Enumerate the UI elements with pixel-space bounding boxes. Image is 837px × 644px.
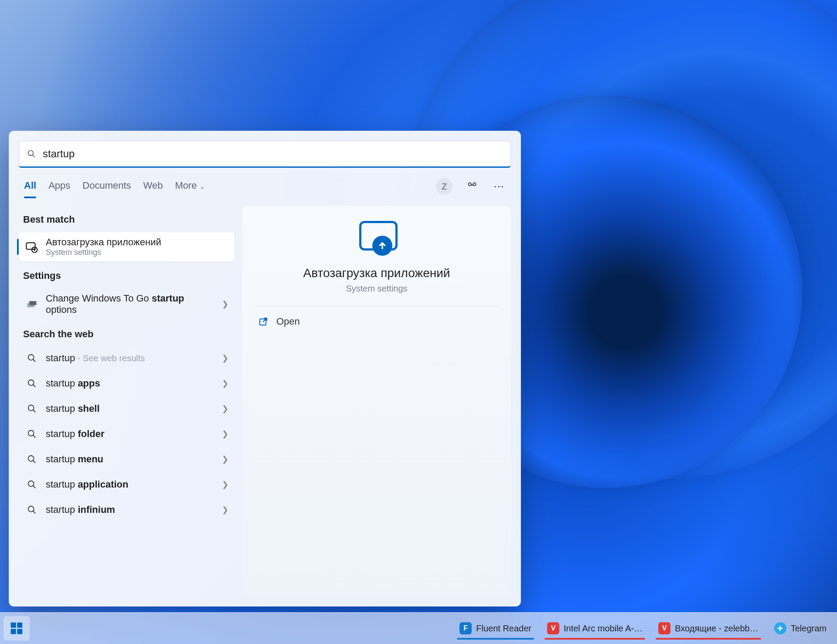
chevron-right-icon: ❯ [222, 404, 228, 414]
tab-more-label: More [175, 180, 197, 191]
open-label: Open [276, 316, 300, 327]
windows-logo-icon [10, 621, 24, 635]
profile-avatar[interactable]: Z [436, 178, 453, 195]
taskbar-item-label: Fluent Reader [476, 624, 531, 634]
svg-point-12 [28, 405, 34, 411]
start-button[interactable] [3, 616, 30, 641]
svg-point-20 [28, 506, 34, 512]
svg-rect-26 [17, 629, 22, 634]
svg-line-15 [33, 435, 36, 438]
svg-rect-23 [11, 623, 16, 628]
web-result-title: startup shell [46, 403, 215, 414]
svg-line-17 [33, 461, 36, 463]
settings-result-title: Change Windows To Go startup options [46, 293, 215, 315]
svg-line-19 [33, 486, 36, 488]
section-best-match: Best match [19, 208, 235, 230]
search-icon [25, 478, 39, 491]
svg-point-3 [473, 183, 476, 186]
web-result[interactable]: startup shell ❯ [19, 397, 235, 420]
svg-rect-25 [11, 629, 16, 634]
chevron-down-icon: ⌄ [200, 183, 205, 190]
windows-to-go-icon [25, 297, 39, 311]
best-match-title: Автозагрузка приложений [46, 237, 228, 248]
search-results-list: Best match Автозагрузка приложений Syste… [19, 206, 235, 597]
web-result[interactable]: startup - See web results ❯ [19, 347, 235, 369]
search-icon [27, 149, 36, 158]
web-result[interactable]: startup infinium ❯ [19, 498, 235, 521]
tab-documents[interactable]: Documents [82, 176, 131, 197]
svg-line-13 [33, 410, 36, 413]
taskbar-item-telegram[interactable]: ✈ Telegram [767, 616, 834, 641]
web-result[interactable]: startup menu ❯ [19, 448, 235, 471]
chevron-right-icon: ❯ [222, 480, 228, 489]
fluent-reader-icon: F [459, 622, 472, 634]
start-search-panel: All Apps Documents Web More ⌄ Z ⋯ Best m… [9, 131, 521, 607]
taskbar: F Fluent Reader V Intel Arc mobile A-… V… [0, 612, 837, 644]
web-result-title: startup - See web results [46, 353, 215, 364]
web-result[interactable]: startup application ❯ [19, 473, 235, 496]
startup-apps-icon [25, 240, 39, 254]
tab-all[interactable]: All [24, 176, 36, 197]
web-result-title: startup menu [46, 454, 215, 465]
settings-result[interactable]: Change Windows To Go startup options ❯ [19, 288, 235, 320]
chevron-right-icon: ❯ [222, 429, 228, 439]
search-icon [25, 351, 39, 365]
taskbar-item-label: Intel Arc mobile A-… [564, 624, 643, 634]
taskbar-item-label: Входящие - zelebb… [675, 624, 759, 634]
svg-line-1 [33, 155, 35, 157]
more-options-icon[interactable]: ⋯ [492, 179, 506, 194]
vivaldi-icon: V [658, 622, 670, 634]
chevron-right-icon: ❯ [222, 505, 228, 515]
taskbar-item-fluent-reader[interactable]: F Fluent Reader [453, 616, 538, 641]
search-input[interactable] [42, 147, 503, 160]
svg-rect-4 [27, 243, 35, 249]
preview-header: Автозагрузка приложений System settings [255, 219, 498, 306]
chevron-right-icon: ❯ [222, 353, 228, 363]
web-result[interactable]: startup apps ❯ [19, 372, 235, 395]
startup-apps-large-icon [356, 219, 398, 258]
search-icon [25, 452, 39, 466]
best-match-subtitle: System settings [46, 248, 228, 257]
section-settings: Settings [19, 264, 235, 286]
web-result-title: startup application [46, 479, 215, 490]
taskbar-underline [544, 638, 645, 640]
web-result-title: startup infinium [46, 504, 215, 515]
chevron-right-icon: ❯ [222, 454, 228, 464]
taskbar-item-label: Telegram [791, 624, 827, 634]
svg-point-0 [28, 151, 34, 156]
web-result[interactable]: startup folder ❯ [19, 423, 235, 445]
rewards-icon[interactable] [465, 178, 480, 195]
telegram-icon: ✈ [774, 622, 786, 634]
preview-title: Автозагрузка приложений [303, 266, 450, 280]
tab-more[interactable]: More ⌄ [175, 176, 204, 197]
search-icon [25, 427, 39, 441]
svg-point-18 [28, 481, 34, 487]
svg-point-16 [28, 456, 34, 461]
tab-apps[interactable]: Apps [48, 176, 70, 197]
open-action[interactable]: Open [255, 306, 498, 337]
search-icon [25, 503, 39, 517]
section-web: Search the web [19, 322, 235, 344]
svg-point-2 [468, 183, 471, 186]
svg-line-11 [33, 385, 36, 387]
chevron-right-icon: ❯ [222, 379, 228, 388]
open-external-icon [258, 316, 269, 327]
tab-web[interactable]: Web [143, 176, 163, 197]
web-result-title: startup apps [46, 378, 215, 389]
preview-subtitle: System settings [346, 284, 407, 294]
result-preview-pane: Автозагрузка приложений System settings … [242, 206, 511, 597]
taskbar-item-vivaldi-2[interactable]: V Входящие - zelebb… [651, 616, 766, 641]
svg-rect-7 [29, 301, 36, 305]
svg-point-8 [28, 355, 34, 360]
svg-point-10 [28, 380, 34, 386]
taskbar-underline [457, 638, 534, 640]
search-box[interactable] [19, 141, 511, 168]
vivaldi-icon: V [547, 622, 559, 634]
svg-line-9 [33, 359, 36, 362]
taskbar-item-vivaldi-1[interactable]: V Intel Arc mobile A-… [540, 616, 650, 641]
svg-line-21 [33, 511, 36, 514]
web-result-title: startup folder [46, 428, 215, 440]
taskbar-underline [656, 638, 761, 640]
search-icon [25, 376, 39, 390]
best-match-result[interactable]: Автозагрузка приложений System settings [19, 232, 235, 261]
